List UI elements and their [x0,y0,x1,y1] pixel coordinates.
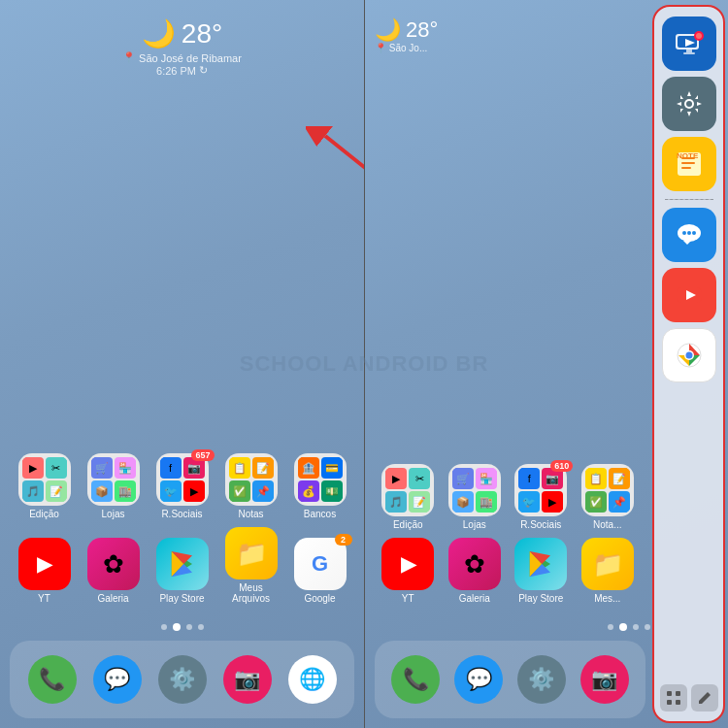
svg-rect-5 [686,50,692,52]
svg-rect-13 [681,162,695,164]
app-lojas-label-right: Lojas [463,519,486,530]
app-notas-right[interactable]: 📋 📝 ✅ 📌 Nota... [578,464,638,530]
dock-settings-right[interactable]: ⚙️ [517,655,566,704]
app-meusarquivos-right[interactable]: 📁 Mes... [578,538,638,604]
app-grid-left: ▶ ✂ 🎵 📝 Edição 🛒 [0,453,364,612]
svg-point-10 [686,101,692,107]
dock-right: 📞 💬 ⚙️ 📷 [375,641,645,718]
app-notas-label-left: Notas [238,509,263,519]
app-rsociais-left[interactable]: f 📷 🐦 ▶ 657 R.Sociais [152,453,213,519]
app-bancos-label-left: Bancos [304,509,336,519]
app-lojas-left[interactable]: 🛒 🏪 📦 🏬 Lojas [83,453,144,519]
phone-left: 🌙 28° 📍 São José de Ribamar 6:26 PM ↻ [0,0,364,728]
app-yt-label-right: YT [402,593,414,604]
panel-messages[interactable] [662,208,716,262]
weather-time-left: 6:26 PM ↻ [122,64,242,77]
panel-screen-recorder[interactable] [662,17,716,71]
app-playstore-left[interactable]: Play Store [152,538,213,604]
weather-right: 🌙 28° 📍 São Jo... [375,17,438,53]
screen-container: 🌙 28° 📍 São José de Ribamar 6:26 PM ↻ [0,0,728,728]
app-notas-left[interactable]: 📋 📝 ✅ 📌 Notas [221,453,281,519]
weather-temp-left: 28° [182,18,222,50]
app-notas-label-right: Nota... [593,519,621,530]
app-row-2-right: ▶ YT ✿ Galeria [375,538,641,604]
panel-edit-icon[interactable] [691,684,718,711]
dot-2 [173,623,181,631]
app-google-left[interactable]: G 2 Google [290,538,350,604]
location-pin-icon: 📍 [122,51,136,64]
page-dots-right [608,623,650,631]
page-dots-left [161,623,204,631]
dock-phone-left[interactable]: 📞 [28,655,77,704]
svg-rect-14 [681,167,691,169]
refresh-icon: ↻ [199,64,208,77]
svg-point-26 [685,352,692,359]
app-row-1-left: ▶ ✂ 🎵 📝 Edição 🛒 [10,453,354,519]
app-galeria-left[interactable]: ✿ Galeria [83,538,144,604]
dot-r3 [633,624,639,630]
dock-messages-left[interactable]: 💬 [93,655,142,704]
app-playstore-label-right: Play Store [518,593,563,604]
svg-text:NOTE: NOTE [677,151,699,160]
weather-temp-right: 28° [406,17,438,43]
dot-r4 [645,624,650,630]
app-meusarquivos-label-right: Mes... [594,593,620,604]
svg-marker-17 [683,241,691,245]
app-rsociais-label-left: R.Sociais [161,509,202,519]
app-meusarquivos-label-left: Meus Arquivos [221,582,281,604]
app-yt-left[interactable]: ▶ YT [15,538,75,604]
app-yt-label-left: YT [38,593,50,604]
app-rsociais-right[interactable]: f 📷 🐦 ▶ 610 R.Sociais [511,464,571,530]
svg-rect-29 [667,700,672,705]
svg-point-18 [682,231,686,235]
moon-icon-right: 🌙 [375,17,401,43]
app-galeria-right[interactable]: ✿ Galeria [445,538,505,604]
app-edicao-label-right: Edição [393,519,423,530]
dot-4 [198,624,204,630]
dock-phone-right[interactable]: 📞 [391,655,440,704]
app-grid-right: ▶ ✂ 🎵 📝 Edição 🛒 [365,464,650,612]
dock-camera-right[interactable]: 📷 [580,655,629,704]
dock-camera-left[interactable]: 📷 [223,655,272,704]
svg-point-19 [687,231,691,235]
weather-widget-left: 🌙 28° 📍 São José de Ribamar 6:26 PM ↻ [122,17,242,77]
app-galeria-label-left: Galeria [97,593,128,604]
dock-chrome-left[interactable]: 🌐 [288,655,337,704]
dot-r2 [619,623,627,631]
dock-messages-right[interactable]: 💬 [454,655,503,704]
app-yt-right[interactable]: ▶ YT [378,538,438,604]
weather-location-left: 📍 São José de Ribamar [122,51,242,64]
panel-notes[interactable]: NOTE [662,137,716,191]
svg-rect-27 [667,691,672,696]
app-rsociais-badge-right: 610 [550,460,573,472]
svg-point-20 [692,231,696,235]
panel-bottom-icons [660,684,718,711]
svg-rect-6 [683,52,695,54]
app-rsociais-badge-left: 657 [191,449,214,461]
panel-settings[interactable] [662,77,716,131]
panel-divider [665,199,713,200]
right-panel: NOTE [652,5,725,723]
app-meusarquivos-left[interactable]: 📁 Meus Arquivos [221,527,281,604]
panel-apps-grid-icon[interactable] [660,684,687,711]
moon-icon: 🌙 [142,17,176,50]
app-playstore-right[interactable]: Play Store [511,538,571,604]
dock-left: 📞 💬 ⚙️ 📷 🌐 [10,641,354,718]
svg-rect-28 [676,691,680,696]
app-google-badge-left: 2 [335,534,352,546]
app-edicao-right[interactable]: ▶ ✂ 🎵 📝 Edição [378,464,438,530]
app-galeria-label-right: Galeria [459,593,490,604]
panel-youtube[interactable] [662,268,716,322]
app-bancos-left[interactable]: 🏦 💳 💰 💵 Bancos [290,453,350,519]
dock-settings-left[interactable]: ⚙️ [158,655,207,704]
dot-3 [186,624,192,630]
weather-location-right: 📍 São Jo... [375,43,438,53]
panel-chrome[interactable] [662,328,716,382]
app-edicao-left[interactable]: ▶ ✂ 🎵 📝 Edição [15,453,75,519]
app-playstore-label-left: Play Store [159,593,204,604]
app-lojas-right[interactable]: 🛒 🏪 📦 🏬 Lojas [445,464,505,530]
phone-right: 🌙 28° 📍 São Jo... ▶ ✂ 🎵 📝 [364,0,728,728]
svg-point-8 [696,33,702,39]
app-edicao-label-left: Edição [29,509,59,519]
app-google-label-left: Google [304,593,335,604]
